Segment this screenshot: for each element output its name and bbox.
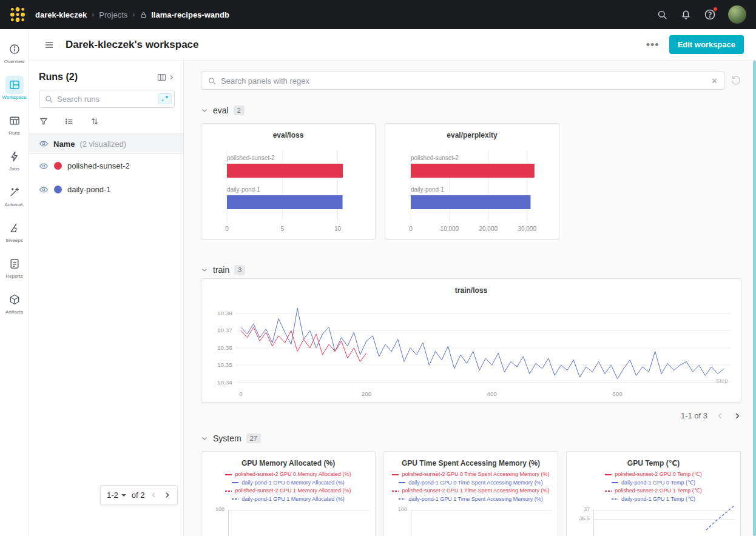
next-page-button[interactable] <box>163 491 171 499</box>
chart-panel-gpu-memory[interactable]: GPU Memory Allocated (%) polished-sunset… <box>201 451 376 536</box>
eye-icon[interactable] <box>39 161 49 171</box>
svg-text:polished-sunset-2: polished-sunset-2 <box>411 155 459 161</box>
breadcrumb-project[interactable]: llama-recipes-wandb <box>151 10 229 19</box>
clear-search-icon[interactable]: ✕ <box>711 77 718 85</box>
legend-item[interactable]: polished-sunset-2 GPU 0 Temp (℃) <box>567 471 740 478</box>
line-swatch-icon <box>612 498 618 500</box>
run-row-polished-sunset-2[interactable]: polished-sunset-2 <box>29 154 183 178</box>
next-page-button[interactable] <box>733 412 741 420</box>
chart-panel-gpu-temp[interactable]: GPU Temp (℃) polished-sunset-2 GPU 0 Tem… <box>566 451 741 536</box>
line-swatch-icon <box>225 474 232 475</box>
notifications-bell-icon[interactable] <box>680 9 692 21</box>
svg-text:daily-pond-1: daily-pond-1 <box>227 186 260 193</box>
legend-item[interactable]: daily-pond-1 GPU 1 Time Spent Accessing … <box>384 496 558 503</box>
history-icon[interactable] <box>731 75 741 86</box>
chart-panel-eval-perplexity[interactable]: eval/perplexity 010,00020,00030,000polis… <box>385 123 559 240</box>
search-icon <box>208 76 217 85</box>
wandb-logo-icon[interactable] <box>10 7 25 22</box>
search-icon[interactable] <box>656 9 668 21</box>
group-icon[interactable] <box>64 116 74 126</box>
section-label[interactable]: train <box>213 265 229 275</box>
breadcrumb-user[interactable]: darek-kleczek <box>35 10 87 19</box>
line-swatch-icon <box>399 482 405 483</box>
chevron-down-icon[interactable] <box>201 435 208 442</box>
page-indicator: 1-1 of 3 <box>681 411 707 420</box>
svg-text:10.36: 10.36 <box>217 344 232 351</box>
sort-icon[interactable] <box>90 116 100 126</box>
help-icon[interactable] <box>704 8 716 21</box>
runs-search-box: .* <box>39 90 175 108</box>
breadcrumb-projects[interactable]: Projects <box>99 10 127 19</box>
sidebar-item-runs[interactable]: Runs <box>0 112 29 147</box>
left-nav-rail: Overview Workspace Runs Jobs Automat. <box>0 29 29 536</box>
sidebar-item-reports[interactable]: Reports <box>0 255 29 290</box>
regex-toggle-button[interactable]: .* <box>158 93 172 104</box>
runs-sidebar: Runs (2) .* <box>29 61 184 536</box>
chart-legend: polished-sunset-2 GPU 0 Memory Allocated… <box>201 471 375 503</box>
svg-text:10,000: 10,000 <box>440 226 459 232</box>
legend-item[interactable]: polished-sunset-2 GPU 1 Memory Allocated… <box>201 487 375 495</box>
run-row-daily-pond-1[interactable]: daily-pond-1 <box>29 178 183 201</box>
legend-item[interactable]: daily-pond-1 GPU 0 Memory Allocated (%) <box>201 480 375 487</box>
chart-legend: polished-sunset-2 GPU 0 Time Spent Acces… <box>384 471 558 503</box>
edit-workspace-button[interactable]: Edit workspace <box>669 35 744 54</box>
sidebar-item-jobs[interactable]: Jobs <box>0 147 29 183</box>
svg-text:10.34: 10.34 <box>217 379 232 386</box>
name-column-header[interactable]: Name <box>53 139 75 149</box>
legend-item[interactable]: polished-sunset-2 GPU 1 Time Spent Acces… <box>384 487 558 495</box>
sidebar-item-workspace[interactable]: Workspace <box>0 76 29 112</box>
svg-text:Step: Step <box>715 377 728 384</box>
legend-item[interactable]: daily-pond-1 GPU 1 Memory Allocated (%) <box>201 496 375 503</box>
svg-text:daily-pond-1: daily-pond-1 <box>411 186 444 193</box>
prev-page-button[interactable] <box>150 491 158 499</box>
runs-table-expand-button[interactable] <box>157 72 175 82</box>
legend-item[interactable]: polished-sunset-2 GPU 0 Time Spent Acces… <box>384 471 558 478</box>
caret-down-icon <box>121 494 126 497</box>
chevron-down-icon[interactable] <box>201 107 208 114</box>
breadcrumb-separator: › <box>92 10 94 19</box>
chart-panel-gpu-time[interactable]: GPU Time Spent Accessing Memory (%) poli… <box>383 451 558 536</box>
svg-text:20,000: 20,000 <box>479 226 498 232</box>
page-range-dropdown[interactable]: 1-2 <box>107 491 118 500</box>
vertical-scrollbar[interactable] <box>753 61 756 536</box>
chart-title: GPU Time Spent Accessing Memory (%) <box>384 459 558 467</box>
user-avatar[interactable] <box>728 5 746 24</box>
legend-item[interactable]: daily-pond-1 GPU 0 Time Spent Accessing … <box>384 480 558 487</box>
svg-text:polished-sunset-2: polished-sunset-2 <box>227 155 275 161</box>
y-tick-label: 37 <box>567 506 590 512</box>
section-train-header: train 3 <box>201 265 741 275</box>
eye-icon[interactable] <box>39 139 49 149</box>
chart-panel-eval-loss[interactable]: eval/loss 0510polished-sunset-2daily-pon… <box>201 123 376 240</box>
chevron-down-icon[interactable] <box>201 266 208 273</box>
section-label[interactable]: eval <box>213 106 229 115</box>
run-name[interactable]: polished-sunset-2 <box>67 161 130 170</box>
svg-text:0: 0 <box>225 226 229 232</box>
eval-perplexity-bar-chart: 010,00020,00030,000polished-sunset-2dail… <box>385 142 559 238</box>
prev-page-button[interactable] <box>716 412 724 420</box>
panel-search-input[interactable] <box>221 76 707 85</box>
sidebar-item-automations[interactable]: Automat. <box>0 183 29 219</box>
chart-panel-train-loss[interactable]: train/loss 10.3410.3510.3610.3710.380200… <box>201 278 741 403</box>
legend-item[interactable]: daily-pond-1 GPU 0 Temp (℃) <box>567 480 740 487</box>
page-title: Darek-kleczek's workspace <box>66 39 199 51</box>
sidebar-item-artifacts[interactable]: Artifacts <box>0 290 29 326</box>
panel-search-box: ✕ <box>201 72 724 90</box>
legend-item[interactable]: daily-pond-1 GPU 1 Temp (℃) <box>567 496 740 503</box>
notification-dot <box>713 7 718 12</box>
svg-text:400: 400 <box>487 390 498 397</box>
sidebar-item-overview[interactable]: Overview <box>0 40 29 76</box>
y-tick-label: 36.5 <box>567 515 590 521</box>
runs-search-input[interactable] <box>57 95 154 104</box>
more-options-icon[interactable]: ••• <box>646 42 660 48</box>
section-label[interactable]: System <box>213 434 241 443</box>
train-loss-line-chart: 10.3410.3510.3610.3710.380200400600Step <box>201 279 741 402</box>
legend-item[interactable]: polished-sunset-2 GPU 1 Temp (℃) <box>567 487 740 495</box>
run-name[interactable]: daily-pond-1 <box>67 185 111 194</box>
hamburger-menu-icon[interactable] <box>44 39 55 50</box>
svg-text:0: 0 <box>409 226 413 232</box>
filter-icon[interactable] <box>39 116 49 126</box>
eye-icon[interactable] <box>39 185 49 195</box>
sidebar-item-sweeps[interactable]: Sweeps <box>0 219 29 255</box>
workspace-icon <box>5 76 24 94</box>
legend-item[interactable]: polished-sunset-2 GPU 0 Memory Allocated… <box>201 471 375 478</box>
